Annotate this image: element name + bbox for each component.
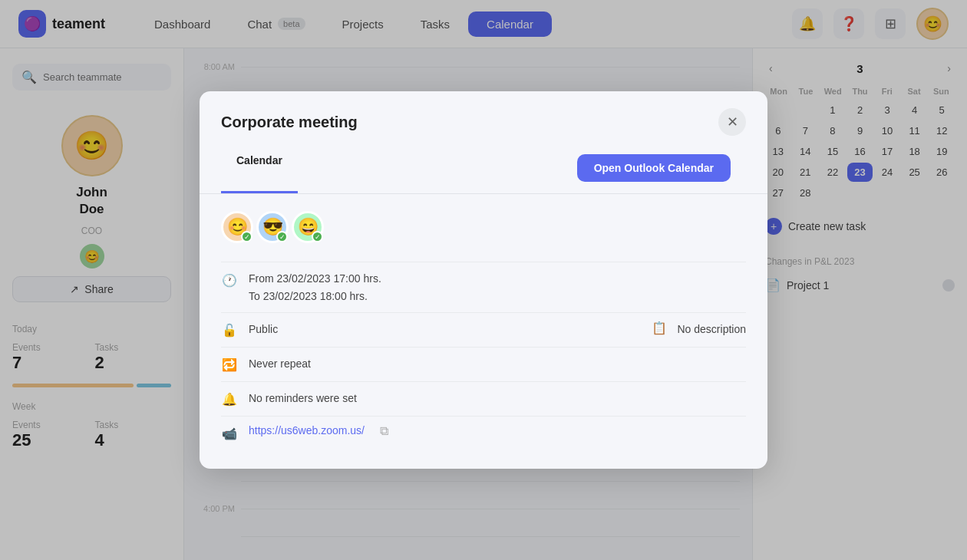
attendee-2-check: ✓	[276, 231, 288, 242]
lock-icon: 🔓	[221, 322, 238, 339]
copy-link-button[interactable]: ⧉	[380, 424, 388, 438]
description-area: 📋 No description	[652, 321, 747, 338]
tab-outlook: Open Outlook Calendar	[562, 147, 746, 193]
visibility-text: Public	[249, 321, 278, 338]
repeat-icon: 🔁	[221, 357, 238, 374]
modal: Corporate meeting ✕ Calendar Open Outloo…	[200, 91, 767, 469]
attendee-3-check: ✓	[312, 231, 323, 242]
zoom-link[interactable]: https://us6web.zoom.us/	[249, 424, 365, 436]
reminders-text: No reminders were set	[249, 390, 357, 407]
clock-icon: 🕐	[221, 272, 238, 288]
modal-tabs: Calendar Open Outlook Calendar	[200, 147, 767, 194]
modal-body: 😊 ✓ 😎 ✓ 😄 ✓ 🕐 From 23/02/2023 17:00 hrs.…	[200, 208, 767, 450]
modal-overlay[interactable]: Corporate meeting ✕ Calendar Open Outloo…	[0, 0, 967, 560]
modal-close-button[interactable]: ✕	[718, 108, 746, 136]
tab-calendar[interactable]: Calendar	[221, 147, 298, 193]
modal-title: Corporate meeting	[221, 114, 358, 131]
reminders-row: 🔔 No reminders were set	[221, 381, 746, 416]
attendee-1-check: ✓	[241, 231, 252, 242]
video-icon: 📹	[221, 426, 238, 443]
zoom-row: 📹 https://us6web.zoom.us/ ⧉	[221, 416, 746, 450]
modal-header: Corporate meeting ✕	[200, 91, 767, 147]
repeat-text: Never repeat	[249, 355, 311, 372]
outlook-button[interactable]: Open Outlook Calendar	[577, 154, 731, 182]
attendees-row: 😊 ✓ 😎 ✓ 😄 ✓	[221, 208, 746, 246]
description-text: No description	[678, 321, 747, 338]
date-time-text: From 23/02/2023 17:00 hrs. To 23/02/2023…	[249, 270, 381, 305]
visibility-description-row: 🔓 Public 📋 No description	[221, 312, 746, 347]
repeat-row: 🔁 Never repeat	[221, 347, 746, 381]
date-time-row: 🕐 From 23/02/2023 17:00 hrs. To 23/02/20…	[221, 262, 746, 312]
attendee-2: 😎 ✓	[256, 211, 289, 243]
bell-icon: 🔔	[221, 391, 238, 408]
attendee-1: 😊 ✓	[221, 211, 253, 243]
attendee-3: 😄 ✓	[292, 211, 324, 243]
description-icon: 📋	[652, 321, 667, 335]
